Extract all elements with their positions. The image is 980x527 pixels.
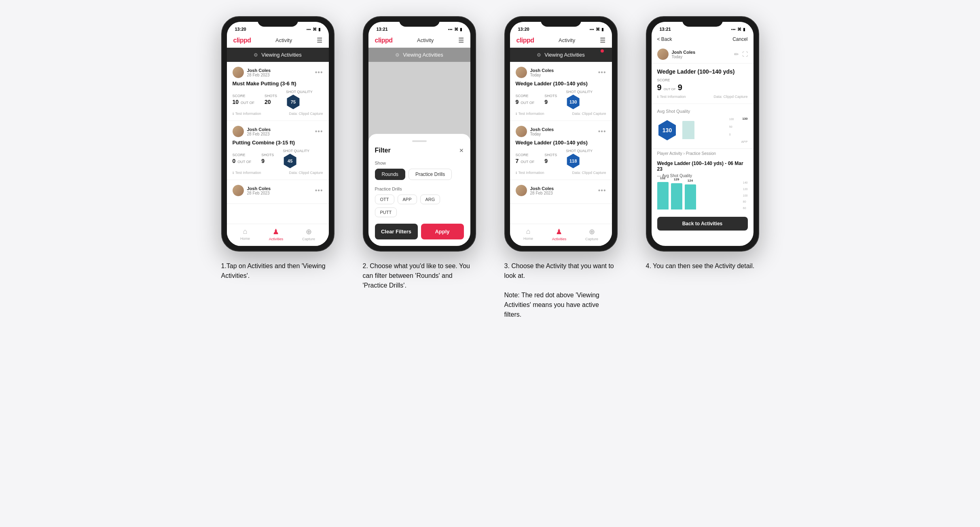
activity-card-2[interactable]: Josh Coles 28 Feb 2023 ••• Putting Combi… bbox=[227, 121, 329, 180]
filter-title: Filter bbox=[375, 147, 391, 154]
nav-activities[interactable]: ♟ Activities bbox=[269, 227, 284, 241]
score-label-1: Score bbox=[233, 94, 256, 98]
phone-4-notch bbox=[682, 17, 723, 27]
app-logo: clippd bbox=[233, 37, 251, 44]
activity-card-1[interactable]: Josh Coles 28 Feb 2023 ••• Must Make Put… bbox=[227, 62, 329, 121]
card-footer-2: ℹ Test Information Data: Clippd Capture bbox=[233, 171, 323, 175]
viewing-banner-2[interactable]: ⚙ Viewing Activities bbox=[368, 48, 470, 62]
practice-drills-label: Practice Drills bbox=[375, 186, 464, 191]
detail-user-row: Josh Coles Today ✏ ⛶ bbox=[652, 45, 754, 63]
info-3-1: ℹ Test Information bbox=[516, 112, 544, 116]
info-text-1: Test Information bbox=[235, 112, 261, 116]
clear-filters-button[interactable]: Clear Filters bbox=[375, 224, 418, 239]
outof-3-2: OUT OF bbox=[521, 160, 534, 164]
activity-title-3-2: Wedge Ladder (100–140 yds) bbox=[516, 140, 606, 146]
hamburger-icon-3[interactable]: ☰ bbox=[600, 36, 605, 44]
phone-1-inner: 13:20 ▪▪▪ ⌘ ▮ clippd Activity ☰ ⚙ View bbox=[227, 22, 329, 246]
phone-3-inner: 13:20 ▪▪▪ ⌘ ▮ clippd Activity ☰ ⚙ View bbox=[510, 22, 612, 246]
activities-label: Activities bbox=[269, 237, 284, 241]
edit-icon[interactable]: ✏ bbox=[734, 51, 739, 57]
rounds-pill[interactable]: Rounds bbox=[375, 169, 405, 180]
capture-label: Capture bbox=[302, 237, 315, 241]
session-bar-2: 129 bbox=[671, 183, 682, 210]
apply-button[interactable]: Apply bbox=[421, 224, 464, 239]
practice-drills-pill[interactable]: Practice Drills bbox=[409, 169, 452, 180]
arg-pill[interactable]: ARG bbox=[420, 195, 440, 204]
shots-label-3-2: Shots bbox=[544, 153, 557, 157]
viewing-activities-banner[interactable]: ⚙ Viewing Activities bbox=[227, 48, 329, 62]
nav-capture-3[interactable]: ⊕ Capture bbox=[585, 227, 598, 241]
ott-pill[interactable]: OTT bbox=[375, 195, 394, 204]
quality-label-1: Shot Quality bbox=[286, 90, 313, 94]
avatar-3 bbox=[233, 185, 244, 196]
info-icon-2: ℹ bbox=[233, 171, 234, 175]
more-options-3[interactable]: ••• bbox=[315, 187, 323, 194]
phone-4-inner: 13:21 ▪▪▪ ⌘ ▮ < Back Cancel bbox=[652, 22, 754, 246]
app-pill[interactable]: APP bbox=[398, 195, 417, 204]
activity-card-3-2[interactable]: Josh Coles Today ••• Wedge Ladder (100–1… bbox=[510, 121, 612, 180]
signal-icon-4: ▪▪▪ bbox=[731, 27, 736, 32]
shots-group-1: Shots 20 bbox=[265, 94, 277, 105]
wifi-icon-4: ⌘ bbox=[737, 27, 741, 32]
filter-buttons: Clear Filters Apply bbox=[375, 224, 464, 239]
score-label-3-1: Score bbox=[516, 94, 536, 98]
more-options-3-3[interactable]: ••• bbox=[598, 187, 606, 194]
activity-card-3-3[interactable]: Josh Coles 28 Feb 2023 ••• bbox=[510, 180, 612, 204]
hamburger-icon[interactable]: ☰ bbox=[317, 36, 322, 44]
shots-value-3-1: 9 bbox=[544, 99, 557, 105]
user-info-3-3: Josh Coles 28 Feb 2023 bbox=[516, 185, 554, 196]
activity-stats-2: Score 0 OUT OF Shots 9 bbox=[233, 149, 323, 168]
shots-group-3-2: Shots 9 bbox=[544, 153, 557, 164]
detail-avatar bbox=[657, 49, 669, 60]
back-to-activities-button[interactable]: Back to Activities bbox=[657, 217, 748, 231]
outof-2: OUT OF bbox=[237, 160, 251, 164]
phone-1: 13:20 ▪▪▪ ⌘ ▮ clippd Activity ☰ ⚙ View bbox=[221, 16, 334, 252]
hex-quality-badge: 130 bbox=[657, 120, 677, 140]
viewing-banner-3[interactable]: ⚙ Viewing Activities bbox=[510, 48, 612, 62]
nav-capture[interactable]: ⊕ Capture bbox=[302, 227, 315, 241]
chart-max-label: 130 bbox=[742, 117, 747, 121]
more-options-3-1[interactable]: ••• bbox=[598, 69, 606, 76]
user-info-1: Josh Coles 28 Feb 2023 bbox=[233, 67, 271, 78]
detail-info-icon: ℹ bbox=[657, 95, 658, 99]
home-icon-3: ⌂ bbox=[526, 227, 530, 236]
more-options-2[interactable]: ••• bbox=[315, 128, 323, 135]
more-options-1[interactable]: ••• bbox=[315, 69, 323, 76]
mini-bar-1 bbox=[682, 121, 694, 139]
step-1-column: 13:20 ▪▪▪ ⌘ ▮ clippd Activity ☰ ⚙ View bbox=[213, 16, 343, 281]
avatar-2 bbox=[233, 126, 244, 137]
detail-outof: OUT OF bbox=[664, 87, 676, 91]
bar-label-2: 129 bbox=[674, 178, 679, 181]
filter-header: Filter ✕ bbox=[375, 147, 464, 154]
score-row-3-1: 9 OUT OF bbox=[516, 99, 536, 105]
putt-pill[interactable]: PUTT bbox=[375, 207, 397, 217]
nav-title-2: Activity bbox=[417, 37, 434, 43]
activities-icon-3: ♟ bbox=[556, 227, 562, 236]
activity-card-3-1[interactable]: Josh Coles Today ••• Wedge Ladder (100–1… bbox=[510, 62, 612, 121]
filter-sheet: Filter ✕ Show Rounds Practice Drills Pra… bbox=[368, 134, 470, 246]
capture-label-3: Capture bbox=[585, 237, 598, 241]
nav-activities-3[interactable]: ♟ Activities bbox=[552, 227, 567, 241]
back-button[interactable]: < Back bbox=[657, 36, 672, 42]
score-label-2: Score bbox=[233, 153, 253, 157]
activity-title-1: Must Make Putting (3-6 ft) bbox=[233, 80, 323, 87]
more-options-3-2[interactable]: ••• bbox=[598, 128, 606, 135]
app-logo-3: clippd bbox=[516, 37, 534, 44]
detail-user-info: Josh Coles Today bbox=[657, 49, 696, 60]
mini-chart-container: 130 APP 100 50 0 bbox=[682, 117, 748, 144]
step-1-desc: 1.Tap on Activities and then 'Viewing Ac… bbox=[221, 261, 334, 281]
hamburger-icon-2[interactable]: ☰ bbox=[458, 36, 464, 44]
battery-icon-3: ▮ bbox=[601, 27, 604, 32]
close-button[interactable]: ✕ bbox=[459, 147, 464, 154]
card-header-3-3: Josh Coles 28 Feb 2023 ••• bbox=[516, 185, 606, 196]
nav-home[interactable]: ⌂ Home bbox=[240, 227, 250, 241]
expand-icon[interactable]: ⛶ bbox=[742, 51, 748, 57]
wifi-icon-2: ⌘ bbox=[454, 27, 458, 32]
cancel-button[interactable]: Cancel bbox=[732, 36, 747, 42]
activity-card-3[interactable]: Josh Coles 28 Feb 2023 ••• bbox=[227, 180, 329, 204]
user-text-3: Josh Coles 28 Feb 2023 bbox=[247, 186, 271, 195]
nav-home-3[interactable]: ⌂ Home bbox=[523, 227, 533, 241]
card-header-2: Josh Coles 28 Feb 2023 ••• bbox=[233, 126, 323, 137]
score-value-1: 10 bbox=[233, 99, 239, 105]
show-label: Show bbox=[375, 161, 464, 165]
